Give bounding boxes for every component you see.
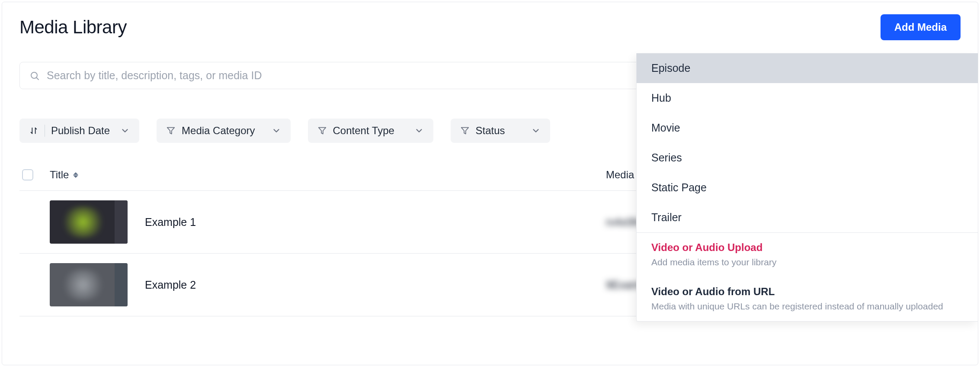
pill-divider xyxy=(45,125,45,137)
filter-icon xyxy=(460,126,470,135)
dropdown-from-url-subtitle: Media with unique URLs can be registered… xyxy=(651,301,963,312)
page-frame: Media Library Add Media Publish Date xyxy=(2,2,978,365)
sort-icon xyxy=(29,126,38,135)
dropdown-from-url-title: Video or Audio from URL xyxy=(651,286,963,298)
select-all-checkbox[interactable] xyxy=(22,169,33,180)
thumbnail xyxy=(50,200,128,244)
chevron-down-icon xyxy=(272,126,281,135)
add-media-dropdown: Episode Hub Movie Series Static Page Tra… xyxy=(636,53,978,322)
filter-content-type-label: Content Type xyxy=(333,125,394,137)
filter-media-category-label: Media Category xyxy=(182,125,255,137)
dropdown-item-movie[interactable]: Movie xyxy=(637,113,978,143)
svg-line-1 xyxy=(37,77,39,80)
dropdown-upload-title: Video or Audio Upload xyxy=(651,241,963,254)
dropdown-upload-subtitle: Add media items to your library xyxy=(651,257,963,267)
sort-label: Publish Date xyxy=(51,125,110,137)
add-media-button[interactable]: Add Media xyxy=(881,14,961,40)
row-title: Example 2 xyxy=(145,279,196,291)
svg-marker-6 xyxy=(461,128,468,134)
row-title-cell: Example 2 xyxy=(50,263,606,306)
search-icon xyxy=(29,71,40,81)
svg-marker-4 xyxy=(167,128,175,134)
dropdown-item-series[interactable]: Series xyxy=(637,143,978,173)
dropdown-from-url[interactable]: Video or Audio from URL Media with uniqu… xyxy=(637,277,978,321)
column-header-title-label: Title xyxy=(50,169,69,181)
sort-pill[interactable]: Publish Date xyxy=(19,119,139,143)
filter-media-category[interactable]: Media Category xyxy=(157,119,290,143)
chevron-down-icon xyxy=(414,126,424,135)
dropdown-item-hub[interactable]: Hub xyxy=(637,83,978,113)
dropdown-upload[interactable]: Video or Audio Upload Add media items to… xyxy=(637,233,978,277)
filter-icon xyxy=(317,126,327,135)
filter-content-type[interactable]: Content Type xyxy=(308,119,433,143)
svg-marker-5 xyxy=(318,128,326,134)
dropdown-item-static-page[interactable]: Static Page xyxy=(637,173,978,203)
filter-status-label: Status xyxy=(476,125,505,137)
page-title: Media Library xyxy=(19,17,127,38)
select-all-cell xyxy=(19,169,50,180)
filter-status[interactable]: Status xyxy=(451,119,550,143)
thumbnail xyxy=(50,263,128,306)
chevron-down-icon xyxy=(531,126,541,135)
row-title: Example 1 xyxy=(145,216,196,229)
row-title-cell: Example 1 xyxy=(50,200,606,244)
sort-indicator-icon xyxy=(73,172,78,178)
filter-icon xyxy=(166,126,176,135)
chevron-down-icon xyxy=(120,126,130,135)
column-header-title[interactable]: Title xyxy=(50,169,606,181)
page-header: Media Library Add Media xyxy=(2,2,978,40)
dropdown-item-trailer[interactable]: Trailer xyxy=(637,203,978,232)
dropdown-item-episode[interactable]: Episode xyxy=(637,53,978,83)
